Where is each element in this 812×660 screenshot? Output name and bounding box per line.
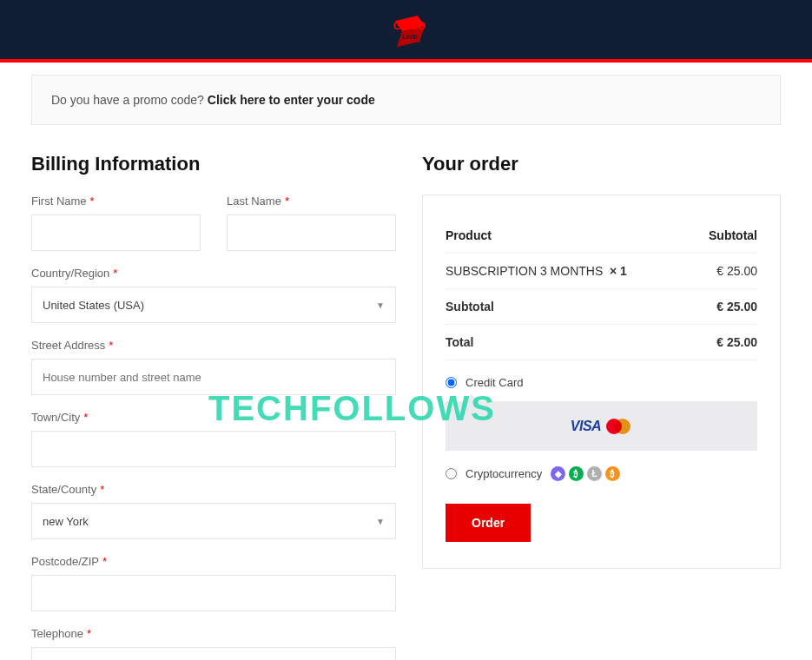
bitcoin-icon: ₿ [605,466,620,481]
crypto-radio[interactable] [446,468,457,479]
order-header-row: Product Subtotal [446,218,757,254]
site-header: GOGO LIVE [0,0,812,63]
crypto-icons: ◆ ₿ Ł ₿ [551,466,620,481]
payment-crypto[interactable]: Cryptocurrency ◆ ₿ Ł ₿ [446,466,757,481]
crypto-label: Cryptocurrency [465,467,542,480]
order-subtotal-row: Subtotal € 25.00 [446,289,757,325]
country-select[interactable]: United States (USA) ▼ [31,287,396,323]
promo-banner: Do you have a promo code? Click here to … [31,75,781,125]
promo-link[interactable]: Click here to enter your code [208,93,375,107]
subtotal-label: Subtotal [446,300,494,314]
mastercard-icon [606,418,632,435]
payment-credit-card[interactable]: Credit Card [446,376,757,389]
total-label: Total [446,335,473,349]
phone-input[interactable] [31,647,396,660]
subtotal-value: € 25.00 [716,300,757,314]
logo-text-top: GOGO [393,20,426,32]
order-box: Product Subtotal SUBSCRIPTION 3 MONTHS ×… [422,195,781,569]
chevron-down-icon: ▼ [376,517,385,526]
item-name: SUBSCRIPTION 3 MONTHS × 1 [446,264,627,278]
order-button[interactable]: Order [446,504,531,542]
site-logo: GOGO LIVE [376,9,437,50]
total-value: € 25.00 [716,335,757,349]
last-name-input[interactable] [227,214,396,251]
logo-text-bottom: LIVE [402,33,418,41]
zip-label: Postcode/ZIP* [31,555,396,568]
city-input[interactable] [31,431,396,467]
billing-column: Billing Information First Name* Last Nam… [31,153,396,660]
street-label: Street Address* [31,339,396,352]
state-label: State/County* [31,483,396,496]
country-label: Country/Region* [31,267,396,280]
street-input[interactable] [31,359,396,395]
credit-card-radio[interactable] [446,377,457,388]
order-heading: Your order [422,153,781,175]
credit-card-label: Credit Card [465,376,523,389]
col-product: Product [446,228,492,242]
phone-label: Telephone* [31,627,396,640]
promo-prefix: Do you have a promo code? [51,93,208,107]
litecoin-icon: Ł [587,466,602,481]
state-select[interactable]: new York ▼ [31,503,396,539]
item-price: € 25.00 [716,264,757,278]
billing-heading: Billing Information [31,153,396,175]
country-value: United States (USA) [43,299,144,312]
credit-card-panel: VISA [446,401,757,451]
col-subtotal: Subtotal [709,228,757,242]
city-label: Town/City* [31,411,396,424]
bitcoin-green-icon: ₿ [569,466,584,481]
ethereum-icon: ◆ [551,466,565,481]
chevron-down-icon: ▼ [376,300,385,310]
first-name-input[interactable] [31,214,201,251]
first-name-label: First Name* [31,195,201,208]
last-name-label: Last Name* [227,195,396,208]
visa-icon: VISA [571,419,601,434]
state-value: new York [43,515,89,528]
order-column: Your order Product Subtotal SUBSCRIPTION… [422,153,781,660]
order-item-row: SUBSCRIPTION 3 MONTHS × 1 € 25.00 [446,254,757,289]
zip-input[interactable] [31,575,396,611]
order-total-row: Total € 25.00 [446,325,757,360]
